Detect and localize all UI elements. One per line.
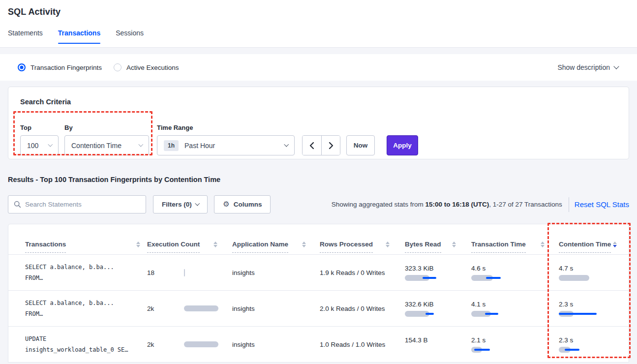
prev-time-button[interactable] <box>303 136 321 155</box>
time-range-value: Past Hour <box>184 142 215 150</box>
stats-time-range: 15:00 to 16:18 (UTC) <box>425 201 489 208</box>
page-title: SQL Activity <box>8 7 629 17</box>
transaction-time-cell: 2.1 s <box>463 336 551 353</box>
application-name-cell: insights <box>224 341 313 348</box>
rows-processed-cell: 1.9 k Reads / 0 Writes <box>313 269 396 276</box>
sort-icon-active-desc[interactable] <box>613 242 617 248</box>
by-field: By Contention Time <box>59 124 149 155</box>
show-description-toggle[interactable]: Show description <box>557 63 618 71</box>
table-row[interactable]: UPDATE insights_workload_table_0 SE… 2k … <box>8 327 629 363</box>
sort-icon[interactable] <box>386 242 390 248</box>
table-header-row: Transactions Execution Count Application… <box>8 224 629 255</box>
show-description-label: Show description <box>557 63 610 71</box>
radio-active-executions[interactable]: Active Executions <box>114 63 179 71</box>
chevron-down-icon <box>284 142 288 147</box>
search-box <box>8 195 146 213</box>
time-range-select[interactable]: 1h Past Hour <box>157 135 295 155</box>
sort-icon[interactable] <box>213 242 217 248</box>
transaction-fingerprint-link[interactable]: SELECT a.balance, b.ba... FROM… <box>25 298 147 319</box>
chevron-right-icon <box>329 142 334 149</box>
time-range-label: Time Range <box>157 124 295 131</box>
results-toolbar: Filters (0) ⚙ Columns Showing aggregated… <box>8 195 629 213</box>
next-time-button[interactable] <box>321 136 340 155</box>
chevron-down-icon <box>195 201 199 206</box>
contention-time-cell: 2.3 s <box>551 336 624 353</box>
contention-time-bar <box>559 311 624 317</box>
columns-label: Columns <box>234 201 262 208</box>
sort-icon[interactable] <box>541 242 545 248</box>
top-select-value: 100 <box>27 142 38 150</box>
execution-count-bar <box>184 269 218 276</box>
column-header-rows-processed[interactable]: Rows Processed <box>313 241 396 254</box>
sort-icon[interactable] <box>302 242 306 248</box>
top-select[interactable]: 100 <box>20 135 59 155</box>
transaction-fingerprint-link[interactable]: SELECT a.balance, b.ba... FROM… <box>25 262 147 283</box>
search-criteria-row: Top 100 By Contention Time Time Range 1h… <box>20 124 617 155</box>
search-criteria-title: Search Criteria <box>20 98 617 106</box>
page-header: SQL Activity Statements Transactions Ses… <box>0 0 637 48</box>
table-row[interactable]: SELECT a.balance, b.ba... FROM… 2k insig… <box>8 291 629 327</box>
results-title: Results - Top 100 Transaction Fingerprin… <box>8 176 629 183</box>
sort-icon[interactable] <box>452 242 456 248</box>
bytes-read-cell: 154.3 B <box>396 336 463 353</box>
search-input[interactable] <box>8 195 146 213</box>
column-header-execution-count[interactable]: Execution Count <box>147 241 224 254</box>
by-select-value: Contention Time <box>71 142 121 150</box>
application-name-cell: insights <box>224 305 313 312</box>
columns-button[interactable]: ⚙ Columns <box>214 195 271 213</box>
chevron-down-icon <box>48 142 52 147</box>
execution-count-cell: 2k <box>147 305 224 312</box>
execution-count-cell: 2k <box>147 341 224 348</box>
bytes-read-bar <box>405 275 463 281</box>
search-criteria-card: Search Criteria Top 100 By Contention Ti… <box>8 87 629 159</box>
filters-button[interactable]: Filters (0) <box>153 195 208 213</box>
execution-count-bar <box>184 341 218 347</box>
transaction-time-cell: 4.1 s <box>463 301 551 317</box>
rows-processed-cell: 2.0 k Reads / 0 Writes <box>313 305 396 312</box>
top-field: Top 100 <box>20 124 59 155</box>
stats-summary: Showing aggregated stats from 15:00 to 1… <box>332 201 562 208</box>
bytes-read-bar <box>405 311 463 317</box>
radio-label: Transaction Fingerprints <box>30 64 102 71</box>
transaction-time-bar <box>471 311 551 317</box>
transaction-fingerprint-link[interactable]: UPDATE insights_workload_table_0 SE… <box>25 334 147 355</box>
execution-count-bar <box>184 305 218 311</box>
divider <box>569 197 569 212</box>
search-icon <box>14 201 21 208</box>
tab-transactions[interactable]: Transactions <box>58 29 100 43</box>
chevron-left-icon <box>309 142 314 149</box>
time-range-badge: 1h <box>164 140 179 151</box>
execution-count-cell: 18 <box>147 269 224 276</box>
column-header-contention-time[interactable]: Contention Time <box>551 241 624 254</box>
reset-sql-stats-link[interactable]: Reset SQL Stats <box>575 200 629 209</box>
contention-time-cell: 4.7 s <box>551 265 624 281</box>
top-label: Top <box>20 124 59 131</box>
transaction-time-bar <box>471 347 551 353</box>
bytes-read-cell: 332.6 KiB <box>396 301 463 317</box>
column-header-bytes-read[interactable]: Bytes Read <box>396 241 463 254</box>
column-header-transactions[interactable]: Transactions <box>25 241 147 254</box>
bytes-read-bar <box>405 347 463 353</box>
table-row[interactable]: SELECT a.balance, b.ba... FROM… 18 insig… <box>8 255 629 291</box>
column-header-transaction-time[interactable]: Transaction Time <box>463 241 551 254</box>
radio-unselected-icon <box>114 63 121 71</box>
tab-statements[interactable]: Statements <box>8 29 43 43</box>
tab-bar: Statements Transactions Sessions <box>8 29 629 43</box>
radio-label: Active Executions <box>126 64 179 71</box>
by-label: By <box>64 124 149 131</box>
bytes-read-cell: 323.3 KiB <box>396 265 463 281</box>
sort-icon[interactable] <box>136 242 140 248</box>
contention-time-bar <box>559 347 624 353</box>
tab-sessions[interactable]: Sessions <box>116 29 144 43</box>
chevron-down-icon <box>138 142 143 147</box>
apply-button[interactable]: Apply <box>387 135 418 155</box>
application-name-cell: insights <box>224 269 313 276</box>
column-header-application-name[interactable]: Application Name <box>224 241 313 254</box>
now-button[interactable]: Now <box>346 135 375 155</box>
view-toggle-bar: Transaction Fingerprints Active Executio… <box>0 54 637 81</box>
by-select[interactable]: Contention Time <box>64 135 149 155</box>
radio-transaction-fingerprints[interactable]: Transaction Fingerprints <box>18 63 102 71</box>
transaction-time-cell: 4.6 s <box>463 265 551 281</box>
transaction-time-bar <box>471 275 551 281</box>
chevron-down-icon <box>613 63 619 69</box>
